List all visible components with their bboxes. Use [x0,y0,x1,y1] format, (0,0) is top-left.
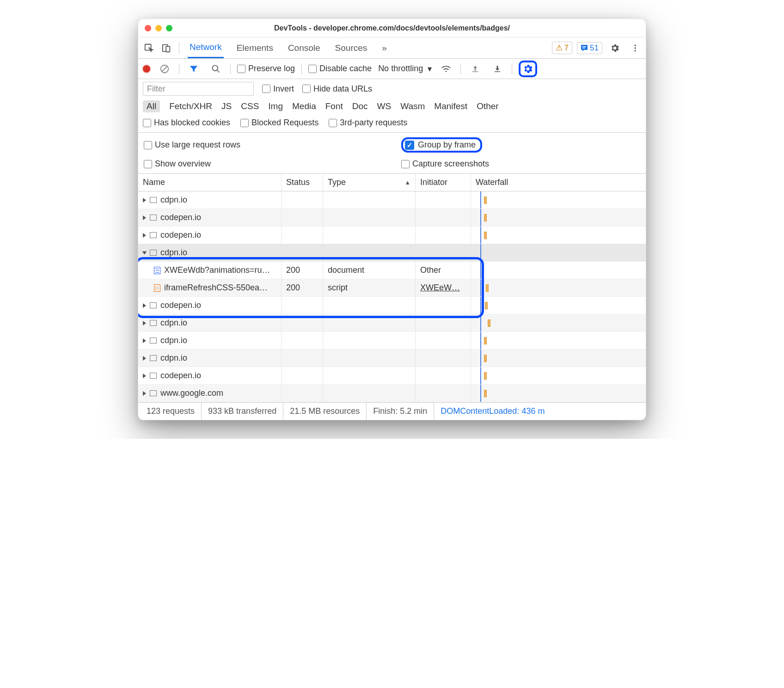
frame-icon [150,250,157,256]
col-waterfall[interactable]: Waterfall [471,174,646,191]
tab-elements[interactable]: Elements [235,37,275,58]
disclosure-triangle-icon[interactable] [143,198,146,203]
tab-network[interactable]: Network [188,37,224,58]
show-overview-checkbox[interactable]: Show overview [144,159,383,169]
record-button[interactable] [143,65,150,73]
third-party-label: 3rd-party requests [340,118,407,128]
disclosure-triangle-icon[interactable] [143,391,146,396]
table-row[interactable]: cdpn.io [138,332,646,350]
group-by-frame-checkbox[interactable]: Group by frame [401,137,482,153]
third-party-input[interactable] [329,119,337,127]
large-rows-checkbox[interactable]: Use large request rows [144,137,383,153]
invert-input[interactable] [262,85,270,93]
type-chip-manifest[interactable]: Manifest [434,101,467,111]
search-icon[interactable] [208,61,224,77]
type-chip-wasm[interactable]: Wasm [400,101,425,111]
request-name: XWEeWdb?animations=ru… [164,265,270,275]
type-chip-css[interactable]: CSS [241,101,259,111]
table-row[interactable]: cdpn.io [138,191,646,209]
initiator-cell[interactable]: XWEeW… [416,279,471,296]
type-chip-other[interactable]: Other [477,101,499,111]
disable-cache-input[interactable] [308,65,317,73]
name-cell: cdpn.io [138,350,282,367]
type-chip-ws[interactable]: WS [377,101,392,111]
disclosure-triangle-icon[interactable] [143,215,146,220]
col-name[interactable]: Name [138,174,282,191]
type-chip-fetch-xhr[interactable]: Fetch/XHR [169,101,212,111]
warn-count: 7 [564,43,569,53]
type-chip-doc[interactable]: Doc [352,101,368,111]
svg-point-8 [634,50,636,51]
type-chip-all[interactable]: All [143,100,160,112]
network-conditions-icon[interactable] [438,61,454,77]
disclosure-triangle-icon[interactable] [143,321,146,326]
type-chip-font[interactable]: Font [325,101,343,111]
col-type[interactable]: Type▲ [323,174,416,191]
table-row[interactable]: www.google.com [138,385,646,402]
third-party-checkbox[interactable]: 3rd-party requests [329,118,407,128]
waterfall-bar [484,337,487,344]
col-initiator[interactable]: Initiator [416,174,471,191]
clear-icon[interactable] [157,61,172,77]
disclosure-triangle-icon[interactable] [143,338,146,343]
zoom-window-button[interactable] [166,25,172,31]
invert-checkbox[interactable]: Invert [262,84,294,94]
kebab-menu-icon[interactable] [627,40,643,56]
filter-input[interactable] [143,82,254,96]
tab-sources[interactable]: Sources [333,37,369,58]
show-overview-input[interactable] [144,160,152,168]
large-rows-input[interactable] [144,141,152,149]
initiator-cell [416,209,471,226]
timeline-marker [480,332,481,349]
disclosure-triangle-icon[interactable] [143,233,146,238]
col-status[interactable]: Status [282,174,323,191]
preserve-log-input[interactable] [237,65,245,73]
disclosure-triangle-icon[interactable] [143,356,146,361]
blocked-requests-checkbox[interactable]: Blocked Requests [240,118,318,128]
capture-screenshots-checkbox[interactable]: Capture screenshots [401,159,640,169]
table-row[interactable]: XWEeWdb?animations=ru…200documentOther [138,262,646,279]
waterfall-bar [488,319,490,327]
network-settings-button[interactable] [519,61,537,77]
disclosure-triangle-icon[interactable] [143,303,146,308]
upload-har-icon[interactable] [467,61,483,77]
blocked-cookies-checkbox[interactable]: Has blocked cookies [143,118,230,128]
settings-icon[interactable] [607,40,623,56]
hide-data-urls-input[interactable] [302,85,311,93]
name-cell: XWEeWdb?animations=ru… [138,262,282,279]
issues-badge-warn[interactable]: ⚠ 7 [552,42,572,54]
table-row[interactable]: codepen.io [138,227,646,244]
capture-screenshots-input[interactable] [401,160,410,168]
close-window-button[interactable] [145,25,151,31]
throttling-select[interactable]: No throttling ▾ [378,64,432,74]
filter-icon[interactable] [186,61,202,77]
minimize-window-button[interactable] [155,25,162,31]
disclosure-triangle-icon[interactable] [143,374,146,378]
device-toggle-icon[interactable] [159,40,174,56]
blocked-cookies-input[interactable] [143,119,151,127]
group-by-frame-input[interactable] [405,141,414,150]
tab-more[interactable]: » [380,37,389,58]
disclosure-triangle-icon[interactable] [142,251,147,254]
timeline-marker [480,227,481,244]
table-row[interactable]: ⟨⟩ iframeRefreshCSS-550ea…200scriptXWEeW… [138,279,646,297]
hide-data-urls-checkbox[interactable]: Hide data URLs [302,84,372,94]
disable-cache-checkbox[interactable]: Disable cache [308,64,372,74]
table-row[interactable]: codepen.io [138,367,646,385]
table-row[interactable]: cdpn.io [138,314,646,332]
table-row[interactable]: cdpn.io [138,350,646,367]
preserve-log-checkbox[interactable]: Preserve log [237,64,295,74]
table-row[interactable]: codepen.io [138,209,646,227]
type-chip-media[interactable]: Media [292,101,316,111]
inspect-icon[interactable] [141,40,157,56]
name-cell: www.google.com [138,385,282,402]
issues-badge-info[interactable]: 51 [577,42,602,54]
table-row[interactable]: cdpn.io [138,244,646,262]
status-transferred: 933 kB transferred [202,403,283,420]
download-har-icon[interactable] [490,61,505,77]
table-row[interactable]: codepen.io [138,297,646,314]
type-chip-js[interactable]: JS [221,101,232,111]
tab-console[interactable]: Console [286,37,322,58]
type-chip-img[interactable]: Img [268,101,283,111]
blocked-requests-input[interactable] [240,119,249,127]
